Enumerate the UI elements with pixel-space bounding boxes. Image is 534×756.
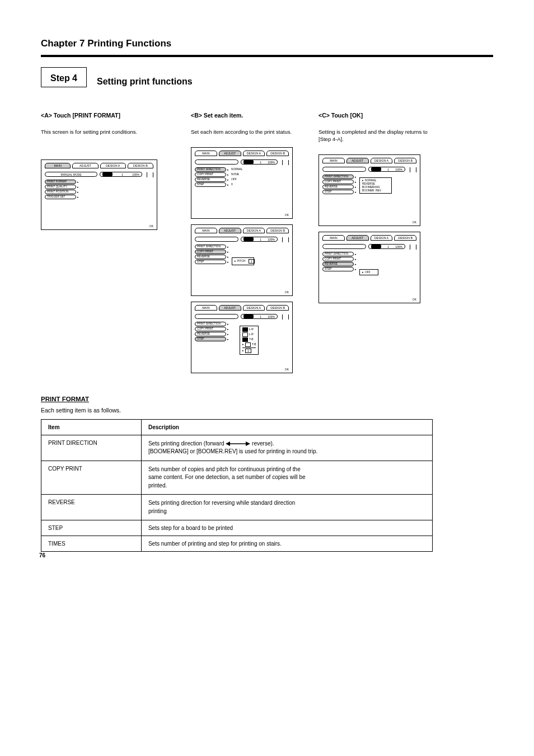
slider[interactable]: 1100% [368, 244, 405, 249]
tab-adjust[interactable]: ADJUST [219, 228, 241, 233]
ok-button[interactable]: OK [285, 290, 289, 294]
row-print-quality[interactable]: PRINT QUALITY [45, 185, 76, 189]
ok-button[interactable]: OK [413, 220, 416, 224]
tab-main[interactable]: MAIN [322, 235, 345, 241]
row-copy-print[interactable]: COPY PRINT [322, 180, 354, 184]
tab-design-b[interactable]: DESIGN B [394, 235, 416, 241]
slider-cur: 1 [121, 173, 123, 176]
home-icon[interactable] [147, 172, 153, 177]
slider[interactable]: 1100% [241, 237, 278, 242]
chevron-right-icon: ▸ [227, 327, 229, 331]
substep-b-body: Set each item according to the print sta… [191, 129, 308, 136]
ok-button[interactable]: OK [149, 224, 153, 228]
slider-cur: 1 [387, 168, 389, 171]
row-print-position[interactable]: PRINT POSITION [45, 190, 76, 194]
row-print-format[interactable]: PRINT FORMAT [45, 180, 76, 184]
home-icon[interactable] [410, 244, 416, 250]
mode-pill[interactable] [322, 244, 366, 249]
row-step[interactable]: STEP [195, 260, 226, 264]
tab-design-a[interactable]: DESIGN A [371, 235, 393, 241]
popup-reverse[interactable]: ▸OFF [359, 269, 378, 275]
screen-c1: MAIN ADJUST DESIGN A DESIGN B 1100% PRIN… [318, 154, 420, 226]
tab-design-a[interactable]: DESIGN A [371, 158, 393, 163]
tab-design-b[interactable]: DESIGN B [266, 305, 289, 311]
popup-opt[interactable]: L-R [249, 333, 254, 336]
home-icon[interactable] [282, 314, 289, 320]
row-print-direction[interactable]: PRINT DIRECTION [322, 175, 354, 179]
tab-adjust[interactable]: ADJUST [219, 305, 241, 311]
row-print-direction[interactable]: PRINT DIRECTION [195, 167, 226, 172]
row-reverse[interactable]: REVERSE [195, 177, 226, 182]
row-print-direction[interactable]: PRINT DIRECTION [322, 252, 354, 256]
row-trigger-set[interactable]: TRIGGER SET [45, 195, 76, 199]
tab-main[interactable]: MAIN [322, 158, 345, 163]
mode-pill[interactable] [195, 314, 238, 319]
chevron-right-icon: ▸ [77, 195, 79, 199]
chevron-right-icon: ▸ [227, 168, 229, 171]
tab-design-a[interactable]: DESIGN A [243, 305, 265, 311]
tab-main[interactable]: MAIN [195, 151, 217, 156]
popup-opt[interactable]: OFF [365, 271, 371, 274]
slider[interactable]: 1100% [241, 314, 278, 319]
popup-opt[interactable]: NORMAL [365, 179, 377, 182]
row-step[interactable]: STEP [322, 190, 354, 194]
tab-design-a[interactable]: DESIGN A [243, 151, 265, 156]
tab-design-a[interactable]: DESIGN A [243, 228, 265, 233]
popup-opt[interactable]: T-B [249, 338, 253, 341]
color-swatch-icon [242, 337, 248, 342]
row-reverse[interactable]: REVERSE [195, 255, 226, 259]
home-icon[interactable] [282, 237, 289, 242]
row-step[interactable]: STEP [195, 337, 226, 341]
popup-step[interactable]: L-R L-R T-B ▸T-B ▸1 [240, 326, 259, 355]
divider [41, 55, 493, 57]
slider[interactable]: 1100% [368, 167, 405, 172]
popup-direction[interactable]: ▸NORMAL REVERSE BOOMERANG BOOMER. REV [359, 177, 392, 194]
tab-adjust[interactable]: ADJUST [72, 163, 98, 168]
tab-adjust[interactable]: ADJUST [219, 151, 241, 156]
popup-opt[interactable]: T-B [252, 343, 256, 346]
popup-opt[interactable]: BOOMER. REV [362, 189, 381, 192]
popup-footer[interactable]: 1 [245, 349, 251, 353]
row-copy-print[interactable]: COPY PRINT [195, 250, 226, 254]
popup-value[interactable]: 1 [249, 259, 255, 264]
row-reverse[interactable]: REVERSE [195, 332, 226, 336]
mode-pill[interactable] [195, 159, 238, 165]
tab-adjust[interactable]: ADJUST [346, 235, 369, 241]
row-copy-print[interactable]: COPY PRINT [195, 327, 226, 331]
row-step[interactable]: STEP [195, 182, 226, 187]
tab-design-a[interactable]: DESIGN A [100, 163, 126, 168]
desc-line: printing [148, 508, 167, 514]
row-print-direction[interactable]: PRINT DIRECTION [195, 245, 226, 249]
mode-pill[interactable] [322, 167, 366, 172]
home-icon[interactable] [282, 159, 289, 165]
color-swatch-icon [245, 342, 251, 347]
home-icon[interactable] [410, 167, 416, 172]
row-reverse[interactable]: REVERSE [322, 262, 354, 266]
ok-button[interactable]: OK [413, 298, 416, 301]
tab-main[interactable]: MAIN [195, 228, 217, 233]
mode-pill[interactable]: MANUAL MODE [45, 172, 97, 177]
slider[interactable]: 1100% [241, 159, 278, 165]
row-step[interactable]: STEP [322, 267, 354, 271]
tab-adjust[interactable]: ADJUST [346, 158, 369, 163]
tab-design-b[interactable]: DESIGN B [266, 228, 289, 233]
slider[interactable]: 1 100% [100, 172, 142, 177]
tab-main[interactable]: MAIN [195, 305, 217, 311]
tab-main[interactable]: MAIN [45, 163, 71, 168]
tab-design-b[interactable]: DESIGN B [266, 151, 289, 156]
ok-button[interactable]: OK [285, 213, 289, 217]
ok-button[interactable]: OK [285, 368, 289, 371]
row-print-direction[interactable]: PRINT DIRECTION [195, 322, 226, 326]
mode-pill[interactable] [195, 237, 238, 242]
popup-pitch[interactable]: ▸PITCH 1 [232, 257, 254, 265]
popup-opt[interactable]: L-R [249, 328, 254, 331]
row-copy-print[interactable]: COPY PRINT [195, 172, 226, 177]
tab-design-b[interactable]: DESIGN B [128, 163, 153, 168]
popup-opt[interactable]: BOOMERANG [362, 186, 380, 189]
row-reverse[interactable]: REVERSE [322, 185, 354, 189]
substep-a-body: This screen is for setting print conditi… [41, 129, 181, 136]
row-copy-print[interactable]: COPY PRINT [322, 257, 354, 261]
section-title-print-format: PRINT FORMAT [41, 396, 493, 402]
tab-design-b[interactable]: DESIGN B [394, 158, 416, 163]
popup-opt[interactable]: REVERSE [362, 182, 375, 185]
